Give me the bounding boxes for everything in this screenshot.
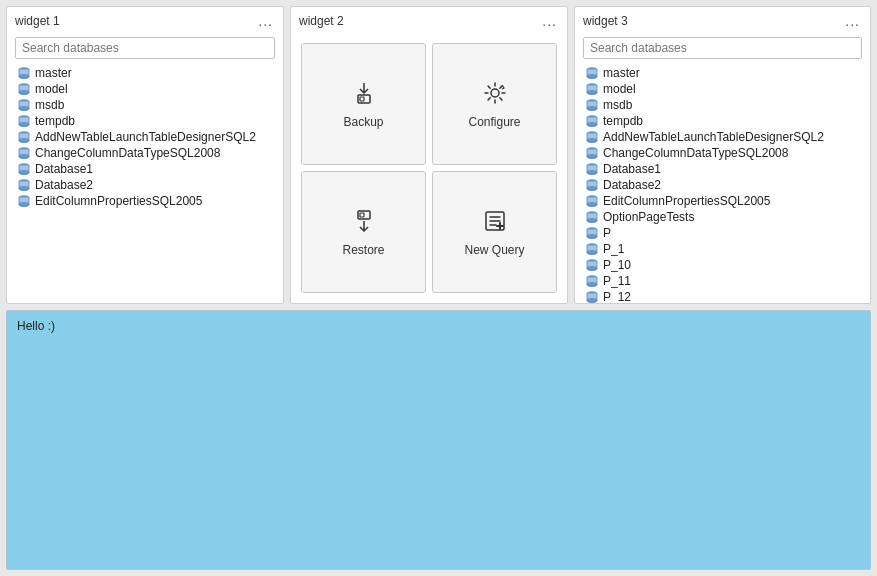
widget-1-search-input[interactable] <box>15 37 275 59</box>
svg-point-11 <box>19 155 29 159</box>
svg-point-46 <box>587 203 597 207</box>
db-name: model <box>603 82 636 96</box>
db-name: P <box>603 226 611 240</box>
svg-point-54 <box>587 267 597 271</box>
db-name: Database1 <box>603 162 661 176</box>
db-name: P_11 <box>603 274 631 288</box>
widget-1-title: widget 1 <box>15 14 60 28</box>
list-item[interactable]: ChangeColumnDataTypeSQL2008 <box>575 145 870 161</box>
list-item[interactable]: tempdb <box>7 113 283 129</box>
hello-text: Hello :) <box>17 319 55 333</box>
widget-1-menu-button[interactable]: ... <box>256 13 275 29</box>
list-item[interactable]: OptionPageTests <box>575 209 870 225</box>
list-item[interactable]: master <box>7 65 283 81</box>
svg-point-13 <box>19 171 29 175</box>
widget-3-menu-button[interactable]: ... <box>843 13 862 29</box>
action-configure-button[interactable]: Configure <box>432 43 557 165</box>
widget-2-menu-button[interactable]: ... <box>540 13 559 29</box>
widget-2-title: widget 2 <box>299 14 344 28</box>
configure-icon <box>481 79 509 111</box>
widget-3-header: widget 3 ... <box>575 7 870 33</box>
list-item[interactable]: P_1 <box>575 241 870 257</box>
database-icon <box>585 258 599 272</box>
db-name: model <box>35 82 68 96</box>
restore-icon <box>350 207 378 239</box>
db-name: P_10 <box>603 258 631 272</box>
db-name: msdb <box>35 98 64 112</box>
database-icon <box>585 290 599 303</box>
widget-2-header: widget 2 ... <box>291 7 567 33</box>
list-item[interactable]: ChangeColumnDataTypeSQL2008 <box>7 145 283 161</box>
db-name: ChangeColumnDataTypeSQL2008 <box>603 146 788 160</box>
list-item[interactable]: master <box>575 65 870 81</box>
widget-3-db-list: master model msdb tempdb AddNewTableLaun… <box>575 63 870 303</box>
db-name: P_12 <box>603 290 631 303</box>
list-item[interactable]: model <box>575 81 870 97</box>
db-name: Database1 <box>35 162 93 176</box>
database-icon <box>585 98 599 112</box>
database-icon <box>17 66 31 80</box>
bottom-panel: Hello :) <box>6 310 871 570</box>
widget-1-header: widget 1 ... <box>7 7 283 33</box>
db-name: master <box>603 66 640 80</box>
backup-icon <box>350 79 378 111</box>
database-icon <box>585 130 599 144</box>
svg-point-20 <box>491 89 499 97</box>
list-item[interactable]: EditColumnPropertiesSQL2005 <box>7 193 283 209</box>
action-new-query-button[interactable]: New Query <box>432 171 557 293</box>
action-label: Backup <box>343 115 383 129</box>
svg-rect-19 <box>360 97 364 101</box>
svg-point-9 <box>19 139 29 143</box>
database-icon <box>585 210 599 224</box>
list-item[interactable]: Database1 <box>7 161 283 177</box>
database-icon <box>17 82 31 96</box>
list-item[interactable]: EditColumnPropertiesSQL2005 <box>575 193 870 209</box>
db-name: tempdb <box>603 114 643 128</box>
database-icon <box>585 82 599 96</box>
database-icon <box>17 194 31 208</box>
list-item[interactable]: Database2 <box>575 177 870 193</box>
svg-rect-22 <box>360 213 364 217</box>
svg-point-40 <box>587 155 597 159</box>
svg-point-58 <box>587 299 597 303</box>
database-icon <box>585 194 599 208</box>
db-name: master <box>35 66 72 80</box>
svg-point-56 <box>587 283 597 287</box>
list-item[interactable]: Database1 <box>575 161 870 177</box>
list-item[interactable]: tempdb <box>575 113 870 129</box>
action-restore-button[interactable]: Restore <box>301 171 426 293</box>
svg-point-38 <box>587 139 597 143</box>
list-item[interactable]: model <box>7 81 283 97</box>
list-item[interactable]: AddNewTableLaunchTableDesignerSQL2 <box>7 129 283 145</box>
database-icon <box>585 66 599 80</box>
list-item[interactable]: msdb <box>575 97 870 113</box>
db-name: msdb <box>603 98 632 112</box>
svg-point-44 <box>587 187 597 191</box>
list-item[interactable]: Database2 <box>7 177 283 193</box>
db-name: tempdb <box>35 114 75 128</box>
svg-point-48 <box>587 219 597 223</box>
widget-2: widget 2 ... Backup Configure <box>290 6 568 304</box>
db-name: AddNewTableLaunchTableDesignerSQL2 <box>35 130 256 144</box>
list-item[interactable]: P <box>575 225 870 241</box>
db-name: EditColumnPropertiesSQL2005 <box>35 194 202 208</box>
svg-point-36 <box>587 123 597 127</box>
svg-point-32 <box>587 91 597 95</box>
list-item[interactable]: msdb <box>7 97 283 113</box>
widget-3-title: widget 3 <box>583 14 628 28</box>
svg-point-15 <box>19 187 29 191</box>
list-item[interactable]: P_11 <box>575 273 870 289</box>
list-item[interactable]: P_10 <box>575 257 870 273</box>
db-name: ChangeColumnDataTypeSQL2008 <box>35 146 220 160</box>
action-backup-button[interactable]: Backup <box>301 43 426 165</box>
widget-3-search-input[interactable] <box>583 37 862 59</box>
database-icon <box>585 162 599 176</box>
database-icon <box>585 146 599 160</box>
list-item[interactable]: P_12 <box>575 289 870 303</box>
list-item[interactable]: AddNewTableLaunchTableDesignerSQL2 <box>575 129 870 145</box>
database-icon <box>585 274 599 288</box>
svg-point-50 <box>587 235 597 239</box>
db-name: OptionPageTests <box>603 210 694 224</box>
db-name: EditColumnPropertiesSQL2005 <box>603 194 770 208</box>
widget-2-action-grid: Backup Configure Restore <box>291 33 567 303</box>
